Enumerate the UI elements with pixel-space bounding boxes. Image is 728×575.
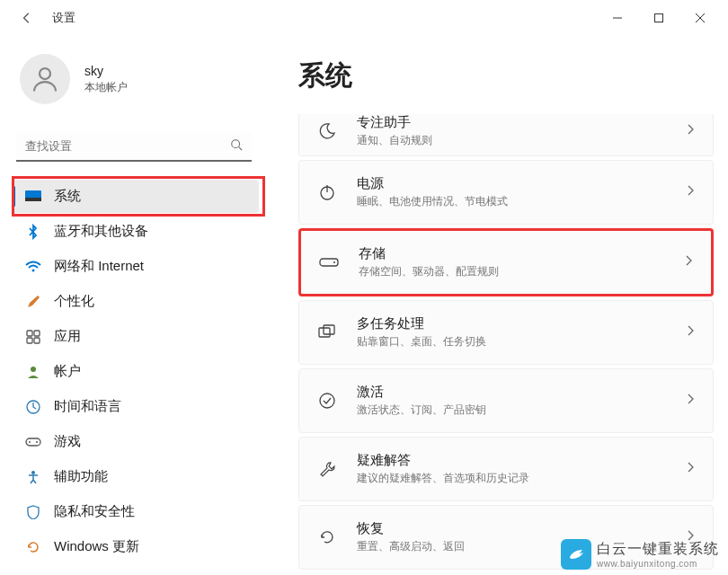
- setting-troubleshoot[interactable]: 疑难解答 建议的疑难解答、首选项和历史记录: [298, 437, 714, 501]
- svg-rect-23: [324, 325, 334, 334]
- sidebar: sky 本地帐户 系统 蓝牙和其他设备 网络和 Internet: [0, 36, 270, 575]
- user-name: sky: [84, 64, 128, 78]
- user-block[interactable]: sky 本地帐户: [13, 45, 259, 122]
- recovery-icon: [317, 527, 337, 547]
- storage-icon: [319, 252, 339, 272]
- svg-point-21: [333, 261, 335, 263]
- setting-title: 多任务处理: [357, 315, 686, 332]
- svg-line-4: [239, 147, 243, 151]
- sidebar-item-personalization[interactable]: 个性化: [13, 285, 259, 318]
- bird-icon: [566, 544, 586, 564]
- setting-desc: 贴靠窗口、桌面、任务切换: [357, 334, 686, 349]
- svg-rect-1: [655, 14, 663, 22]
- bluetooth-icon: [25, 224, 41, 240]
- svg-rect-10: [27, 338, 32, 343]
- sidebar-item-label: 游戏: [54, 433, 81, 450]
- chevron-right-icon: [686, 461, 695, 477]
- svg-point-24: [320, 394, 334, 408]
- update-icon: [25, 539, 41, 555]
- sidebar-item-gaming[interactable]: 游戏: [13, 425, 259, 458]
- sidebar-item-label: 隐私和安全性: [54, 503, 135, 520]
- brush-icon: [25, 294, 41, 310]
- svg-rect-9: [34, 331, 40, 336]
- sidebar-item-time-language[interactable]: 时间和语言: [13, 390, 259, 423]
- apps-icon: [25, 329, 41, 345]
- setting-desc: 存储空间、驱动器、配置规则: [359, 264, 684, 279]
- sidebar-item-system[interactable]: 系统: [13, 180, 259, 213]
- sidebar-item-label: 个性化: [54, 293, 94, 310]
- setting-texts: 专注助手 通知、自动规则: [357, 114, 686, 148]
- window-controls: [597, 4, 721, 32]
- wrench-icon: [317, 459, 337, 479]
- setting-texts: 疑难解答 建议的疑难解答、首选项和历史记录: [357, 452, 686, 486]
- setting-texts: 电源 睡眠、电池使用情况、节电模式: [357, 175, 686, 209]
- gamepad-icon: [25, 434, 41, 450]
- svg-point-3: [232, 140, 240, 148]
- main-content: 系统 专注助手 通知、自动规则 电源 睡眠、电池使用情况、节电模式: [270, 36, 728, 575]
- display-icon: [25, 189, 41, 205]
- sidebar-item-network[interactable]: 网络和 Internet: [13, 250, 259, 283]
- setting-power[interactable]: 电源 睡眠、电池使用情况、节电模式: [298, 160, 714, 225]
- search-input[interactable]: [16, 131, 252, 162]
- svg-rect-8: [27, 331, 32, 336]
- sidebar-item-bluetooth[interactable]: 蓝牙和其他设备: [13, 215, 259, 248]
- svg-point-17: [31, 471, 35, 474]
- check-circle-icon: [317, 391, 337, 411]
- watermark-texts: 白云一键重装系统 www.baiyunxitong.com: [597, 540, 719, 569]
- setting-title: 恢复: [357, 520, 686, 537]
- setting-texts: 多任务处理 贴靠窗口、桌面、任务切换: [357, 315, 686, 349]
- setting-storage[interactable]: 存储 存储空间、驱动器、配置规则: [298, 228, 714, 296]
- setting-desc: 通知、自动规则: [357, 133, 686, 148]
- back-arrow-icon: [21, 12, 33, 24]
- sidebar-item-label: 时间和语言: [54, 398, 121, 415]
- close-button[interactable]: [679, 4, 721, 32]
- chevron-right-icon: [686, 184, 695, 200]
- setting-desc: 激活状态、订阅、产品密钥: [357, 402, 686, 418]
- watermark-url: www.baiyunxitong.com: [597, 559, 719, 569]
- sidebar-item-accounts[interactable]: 帐户: [13, 355, 259, 388]
- setting-title: 疑难解答: [357, 452, 686, 469]
- sidebar-item-label: 帐户: [54, 363, 81, 380]
- maximize-button[interactable]: [638, 4, 679, 32]
- moon-icon: [317, 121, 337, 141]
- sidebar-item-label: 系统: [54, 188, 81, 205]
- setting-activation[interactable]: 激活 激活状态、订阅、产品密钥: [298, 368, 714, 433]
- svg-rect-14: [26, 438, 40, 446]
- titlebar: 设置: [0, 0, 728, 36]
- svg-point-2: [40, 68, 50, 79]
- sidebar-item-privacy[interactable]: 隐私和安全性: [13, 495, 259, 528]
- setting-desc: 建议的疑难解答、首选项和历史记录: [357, 471, 686, 486]
- sidebar-item-accessibility[interactable]: 辅助功能: [13, 460, 259, 493]
- svg-point-16: [36, 441, 38, 443]
- account-icon: [25, 364, 41, 380]
- setting-title: 电源: [357, 175, 686, 192]
- sidebar-item-label: 蓝牙和其他设备: [54, 223, 148, 240]
- minimize-button[interactable]: [597, 4, 638, 32]
- setting-focus-assist[interactable]: 专注助手 通知、自动规则: [298, 114, 714, 156]
- svg-rect-22: [319, 328, 330, 337]
- setting-texts: 存储 存储空间、驱动器、配置规则: [359, 245, 684, 279]
- svg-rect-11: [34, 338, 40, 343]
- search-icon: [230, 138, 243, 155]
- back-button[interactable]: [13, 4, 41, 32]
- nav-list: 系统 蓝牙和其他设备 网络和 Internet 个性化 应用 帐户: [13, 180, 259, 563]
- window-title: 设置: [52, 10, 75, 26]
- setting-texts: 激活 激活状态、订阅、产品密钥: [357, 384, 686, 418]
- person-icon: [29, 63, 61, 95]
- sidebar-item-update[interactable]: Windows 更新: [13, 530, 259, 563]
- setting-title: 专注助手: [357, 114, 686, 131]
- setting-title: 存储: [359, 245, 684, 262]
- svg-point-7: [32, 269, 35, 271]
- multitask-icon: [317, 323, 337, 342]
- accessibility-icon: [25, 469, 41, 485]
- setting-multitasking[interactable]: 多任务处理 贴靠窗口、桌面、任务切换: [298, 300, 714, 365]
- svg-point-12: [31, 367, 36, 372]
- watermark: 白云一键重装系统 www.baiyunxitong.com: [561, 539, 719, 570]
- chevron-right-icon: [686, 123, 695, 139]
- setting-desc: 睡眠、电池使用情况、节电模式: [357, 194, 686, 209]
- sidebar-item-apps[interactable]: 应用: [13, 320, 259, 353]
- watermark-logo: [561, 539, 591, 570]
- wifi-icon: [25, 259, 41, 275]
- chevron-right-icon: [686, 324, 695, 341]
- user-type: 本地帐户: [84, 80, 128, 95]
